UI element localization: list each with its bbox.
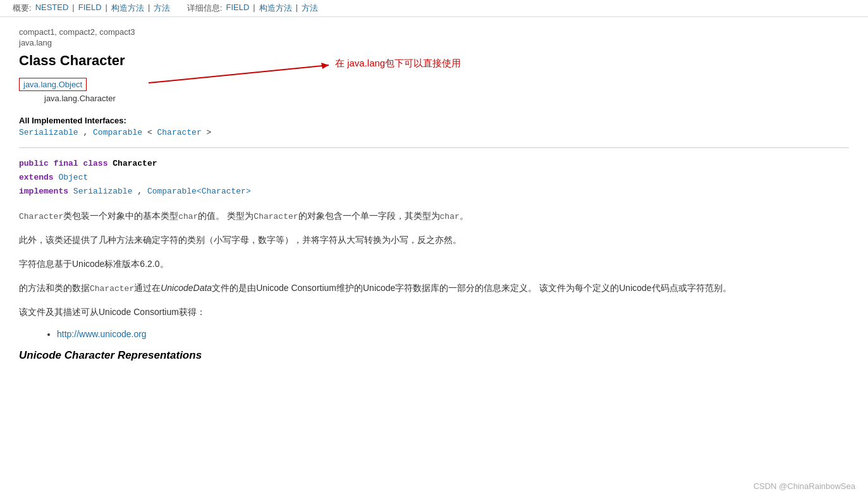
class-decl-name: Character: [113, 159, 157, 168]
extends-object-link[interactable]: Object: [58, 173, 88, 182]
interfaces-generic-close: >: [207, 128, 212, 137]
class-title: Class Character: [19, 53, 849, 69]
constructor-link2[interactable]: 构造方法: [259, 3, 292, 14]
field-link2[interactable]: FIELD: [226, 3, 249, 14]
impl-comparable-link[interactable]: Comparable<Character>: [147, 187, 251, 196]
char-code-3: Character: [254, 212, 298, 221]
description-5: 该文件及其描述可从Unicode Consortium获得：: [19, 305, 849, 320]
inheritance-section: java.lang.Object java.lang.Character 在 j…: [19, 78, 849, 103]
interfaces-label: All Implemented Interfaces:: [19, 116, 849, 125]
description-3: 字符信息基于Unicode标准版本6.2.0。: [19, 257, 849, 272]
inheritance-block: java.lang.Object java.lang.Character: [19, 78, 849, 103]
divider: [19, 147, 849, 148]
description-1: Character类包装一个对象中的基本类型char的值。 类型为Charact…: [19, 209, 849, 224]
interfaces-generic: <: [147, 128, 157, 137]
serializable-link[interactable]: Serializable: [19, 128, 78, 137]
nav-sep2: |: [106, 3, 107, 14]
description-4: 的方法和类的数据Character通过在UnicodeData文件的是由Unic…: [19, 281, 849, 296]
kw-implements: implements: [19, 187, 68, 196]
char-code-1: Character: [19, 212, 63, 221]
class-prefix: Class: [19, 53, 60, 68]
top-nav: 概要: NESTED | FIELD | 构造方法 | 方法 详细信息: FIE…: [0, 0, 868, 17]
summary-label: 概要:: [13, 3, 32, 14]
nav-sep5: |: [296, 3, 298, 14]
unicode-section-title: Unicode Character Representations: [19, 349, 849, 362]
nested-link[interactable]: NESTED: [35, 3, 69, 14]
code-line1: public final class Character: [19, 157, 849, 171]
constructor-link[interactable]: 构造方法: [111, 3, 144, 14]
bullet-item-1: http://www.unicode.org: [57, 329, 849, 339]
comparable-link[interactable]: Comparable: [93, 128, 142, 137]
unicode-org-link[interactable]: http://www.unicode.org: [57, 329, 147, 339]
interfaces-sep: ,: [83, 128, 93, 137]
char-code-4: char: [440, 212, 460, 221]
character-generic-link[interactable]: Character: [157, 128, 201, 137]
bullet-list: http://www.unicode.org: [38, 329, 849, 339]
child-class: java.lang.Character: [44, 94, 849, 103]
char-code-2: char: [178, 212, 198, 221]
method-link2[interactable]: 方法: [302, 3, 318, 14]
impl-serializable-link[interactable]: Serializable: [73, 187, 133, 196]
kw-extends: extends: [19, 173, 54, 182]
code-line3: implements Serializable , Comparable<Cha…: [19, 185, 849, 199]
kw-final: final: [54, 159, 78, 168]
method-link[interactable]: 方法: [154, 3, 170, 14]
parent-class-link[interactable]: java.lang.Object: [19, 78, 87, 91]
description-2: 此外，该类还提供了几种方法来确定字符的类别（小写字母，数字等），并将字符从大写转…: [19, 233, 849, 248]
kw-class: class: [83, 159, 107, 168]
package-line: java.lang: [19, 38, 849, 47]
code-line2: extends Object: [19, 171, 849, 185]
kw-public: public: [19, 159, 49, 168]
class-name: Character: [60, 53, 125, 68]
module-line: compact1, compact2, compact3: [19, 27, 849, 37]
char-code-5: Character: [90, 284, 134, 294]
interfaces-list: Serializable , Comparable < Character >: [19, 128, 849, 137]
nav-sep1: |: [72, 3, 74, 14]
nav-sep3: |: [148, 3, 150, 14]
code-block: public final class Character extends Obj…: [19, 157, 849, 199]
main-content: compact1, compact2, compact3 java.lang C…: [0, 17, 868, 381]
interfaces-section: All Implemented Interfaces: Serializable…: [19, 116, 849, 137]
field-link[interactable]: FIELD: [78, 3, 102, 14]
nav-sep4: |: [253, 3, 255, 14]
detail-label: 详细信息:: [187, 3, 223, 14]
